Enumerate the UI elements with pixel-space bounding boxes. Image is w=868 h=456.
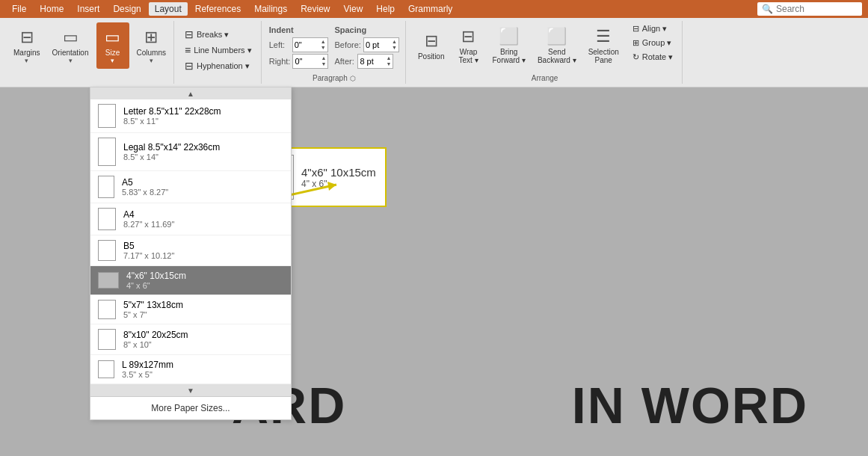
menu-layout[interactable]: Layout <box>149 2 188 16</box>
size-a5-text: A5 5.83" x 8.27" <box>122 177 168 197</box>
size-legal-name: Legal 8.5"x14" 22x36cm <box>123 142 220 152</box>
size-4x6-text: 4"x6" 10x15cm 4" x 6" <box>126 271 186 290</box>
indent-right-row: Right: 0"▲▼ <box>269 54 329 69</box>
spacing-before-input[interactable]: 0 pt▲▼ <box>363 37 399 52</box>
size-8x10-icon <box>98 329 116 350</box>
size-a4-dims: 8.27" x 11.69" <box>123 220 174 229</box>
scroll-down-button[interactable]: ▼ <box>90 384 291 396</box>
size-l89-text: L 89x127mm 3.5" x 5" <box>122 360 173 379</box>
menu-help[interactable]: Help <box>370 2 401 16</box>
size-a4-name: A4 <box>123 209 174 220</box>
align-button[interactable]: ⊟ Align ▾ <box>630 22 676 35</box>
size-a4-text: A4 8.27" x 11.69" <box>123 209 174 229</box>
size-letter-name: Letter 8.5"x11" 22x28cm <box>123 106 221 117</box>
size-l89[interactable]: L 89x127mm 3.5" x 5" <box>90 355 291 384</box>
size-5x7-icon <box>98 300 116 319</box>
size-legal-icon <box>98 138 116 166</box>
size-5x7-dims: 5" x 7" <box>123 310 183 319</box>
indent-left-label: Left: <box>269 40 290 49</box>
hyphenation-button[interactable]: ⊟ Hyphenation ▾ <box>182 58 255 73</box>
page-setup-buttons: ⊟ Margins ▾ ▭ Orientation ▾ ▭ Size ▾ ⊞ C… <box>9 22 170 82</box>
indent-right-input[interactable]: 0"▲▼ <box>292 54 328 69</box>
spacing-after-label: After: <box>334 57 355 66</box>
menu-references[interactable]: References <box>189 2 247 16</box>
size-a4[interactable]: A4 8.27" x 11.69" <box>90 203 291 235</box>
menu-file[interactable]: File <box>6 2 32 16</box>
breaks-button[interactable]: ⊟ Breaks ▾ <box>182 27 255 42</box>
spacing-after-row: After: 8 pt▲▼ <box>334 54 398 69</box>
indent-col: Indent Left: 0"▲▼ Right: 0"▲▼ <box>269 25 329 69</box>
menu-bar: File Home Insert Design Layout Reference… <box>0 0 868 18</box>
more-sizes-button[interactable]: More Paper Sizes... <box>90 396 291 419</box>
arrange-group: ⊟ Position ⊟ WrapText ▾ ⬜ BringForward ▾… <box>407 21 683 84</box>
page-setup-small-buttons: ⊟ Breaks ▾ ≡ Line Numbers ▾ ⊟ Hyphenatio… <box>182 27 255 84</box>
size-8x10[interactable]: 8"x10" 20x25cm 8" x 10" <box>90 324 291 355</box>
menu-insert[interactable]: Insert <box>71 2 105 16</box>
scroll-up-button[interactable]: ▲ <box>90 87 291 99</box>
size-letter-dims: 8.5" x 11" <box>123 117 221 126</box>
size-5x7[interactable]: 5"x7" 13x18cm 5" x 7" <box>90 295 291 324</box>
size-l89-dims: 3.5" x 5" <box>122 370 173 379</box>
menu-design[interactable]: Design <box>107 2 147 16</box>
search-input[interactable] <box>776 4 851 14</box>
position-button[interactable]: ⊟ Position <box>413 22 449 69</box>
size-a5[interactable]: A5 5.83" x 8.27" <box>90 171 291 203</box>
text-in-word: IN WORD <box>572 376 808 434</box>
indent-left-row: Left: 0"▲▼ <box>269 37 329 52</box>
spacing-before-label: Before: <box>334 40 360 49</box>
size-a5-icon <box>98 176 114 198</box>
indent-label: Indent <box>269 25 329 34</box>
size-4x6-name: 4"x6" 10x15cm <box>126 271 186 281</box>
menu-grammarly[interactable]: Grammarly <box>402 2 458 16</box>
size-letter-icon <box>98 104 116 128</box>
size-legal[interactable]: Legal 8.5"x14" 22x36cm 8.5" x 14" <box>90 133 291 171</box>
size-b5[interactable]: B5 7.17" x 10.12" <box>90 235 291 266</box>
size-4x6-dims: 4" x 6" <box>126 281 186 290</box>
ribbon: ⊟ Margins ▾ ▭ Orientation ▾ ▭ Size ▾ ⊞ C… <box>0 18 868 87</box>
group-button[interactable]: ⊞ Group ▾ <box>630 37 676 49</box>
margins-button[interactable]: ⊟ Margins ▾ <box>9 22 45 69</box>
wrap-text-button[interactable]: ⊟ WrapText ▾ <box>452 22 484 69</box>
size-a5-name: A5 <box>122 177 168 188</box>
size-list: Letter 8.5"x11" 22x28cm 8.5" x 11" Legal… <box>90 99 291 384</box>
size-b5-dims: 7.17" x 10.12" <box>123 251 174 260</box>
selection-pane-button[interactable]: ☰ SelectionPane <box>584 22 624 69</box>
bring-forward-button[interactable]: ⬜ BringForward ▾ <box>487 22 529 69</box>
spacing-before-row: Before: 0 pt▲▼ <box>334 37 398 52</box>
menu-review[interactable]: Review <box>295 2 336 16</box>
size-l89-name: L 89x127mm <box>122 360 173 370</box>
size-8x10-name: 8"x10" 20x25cm <box>123 330 188 340</box>
size-5x7-name: 5"x7" 13x18cm <box>123 300 183 310</box>
paragraph-content: Indent Left: 0"▲▼ Right: 0"▲▼ <box>269 22 399 82</box>
menu-view[interactable]: View <box>338 2 369 16</box>
search-box: 🔍 <box>757 2 862 16</box>
indent-left-input[interactable]: 0"▲▼ <box>292 37 328 52</box>
size-legal-dims: 8.5" x 14" <box>123 152 220 161</box>
tooltip-title: 4"x6" 10x15cm <box>301 166 376 179</box>
paragraph-label: Paragraph ⬡ <box>263 74 405 82</box>
page-setup-group: ⊟ Margins ▾ ▭ Orientation ▾ ▭ Size ▾ ⊞ C… <box>3 21 174 84</box>
orientation-button[interactable]: ▭ Orientation ▾ <box>48 22 93 69</box>
paragraph-group: Indent Left: 0"▲▼ Right: 0"▲▼ <box>263 21 406 84</box>
size-8x10-text: 8"x10" 20x25cm 8" x 10" <box>123 330 188 349</box>
columns-button[interactable]: ⊞ Columns ▾ <box>132 22 170 69</box>
rotate-button[interactable]: ↻ Rotate ▾ <box>630 51 676 64</box>
search-icon: 🔍 <box>762 4 773 14</box>
size-button[interactable]: ▭ Size ▾ <box>96 22 129 69</box>
size-dropdown: ▲ Letter 8.5"x11" 22x28cm 8.5" x 11" Leg… <box>90 87 292 420</box>
size-b5-icon <box>98 240 116 261</box>
spacing-after-input[interactable]: 8 pt▲▼ <box>357 54 393 69</box>
size-letter[interactable]: Letter 8.5"x11" 22x28cm 8.5" x 11" <box>90 99 291 133</box>
line-numbers-button[interactable]: ≡ Line Numbers ▾ <box>182 43 255 58</box>
indent-right-label: Right: <box>269 57 291 66</box>
size-4x6[interactable]: 4"x6" 10x15cm 4" x 6" <box>90 266 291 295</box>
menu-home[interactable]: Home <box>34 2 70 16</box>
size-a4-icon <box>98 208 116 230</box>
size-l89-icon <box>98 360 114 378</box>
menu-mailings[interactable]: Mailings <box>248 2 293 16</box>
size-b5-text: B5 7.17" x 10.12" <box>123 241 174 260</box>
size-4x6-icon <box>98 272 119 289</box>
spacing-col: Spacing Before: 0 pt▲▼ After: 8 pt▲▼ <box>334 25 398 69</box>
size-letter-text: Letter 8.5"x11" 22x28cm 8.5" x 11" <box>123 106 221 126</box>
send-backward-button[interactable]: ⬜ SendBackward ▾ <box>533 22 581 69</box>
